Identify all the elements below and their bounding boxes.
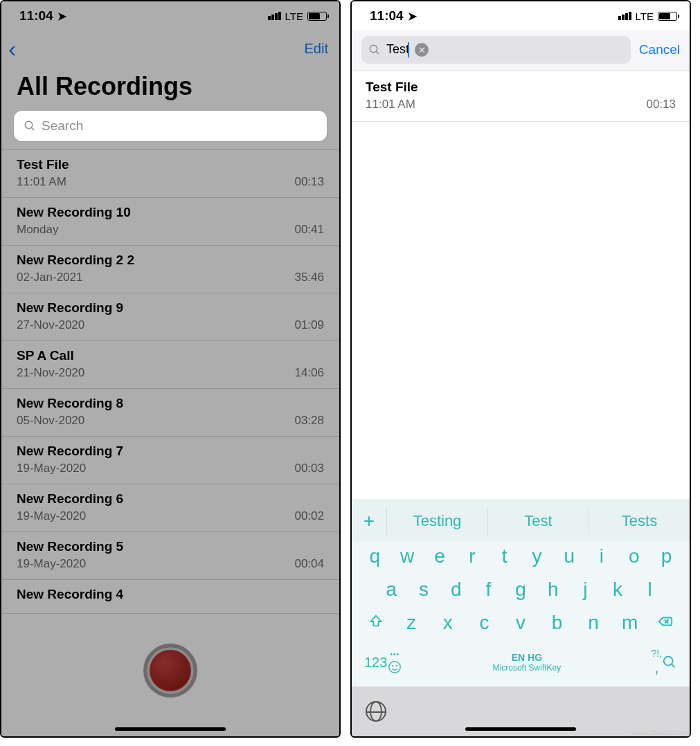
key-j[interactable]: j: [569, 579, 602, 601]
recording-title: New Recording 8: [17, 396, 324, 411]
key-n[interactable]: n: [576, 612, 611, 634]
suggestion-row: + Testing Test Tests: [352, 500, 690, 541]
key-x[interactable]: x: [431, 612, 465, 634]
key-d[interactable]: d: [440, 579, 472, 601]
key-f[interactable]: f: [472, 579, 505, 601]
key-h[interactable]: h: [537, 579, 569, 601]
key-b[interactable]: b: [540, 612, 575, 634]
backspace-key[interactable]: [648, 614, 683, 632]
spacebar-key[interactable]: EN HG Microsoft SwiftKey: [402, 652, 651, 673]
recording-date: 19-May-2020: [17, 557, 86, 571]
page-title: All Recordings: [1, 66, 339, 111]
recording-title: Test File: [17, 157, 324, 172]
key-m[interactable]: m: [613, 612, 647, 634]
location-arrow-icon: ➤: [408, 10, 417, 23]
shift-key[interactable]: [359, 614, 393, 632]
key-c[interactable]: c: [467, 612, 501, 634]
recording-row[interactable]: New Recording 9 27-Nov-202001:09: [1, 293, 339, 341]
phone-right: 11:04 ➤ LTE Test ✕ Cancel Test File 11:0…: [350, 0, 691, 738]
recording-duration: 35:46: [294, 271, 324, 284]
keyboard-brand-label: Microsoft SwiftKey: [402, 663, 651, 673]
recording-date: 27-Nov-2020: [17, 318, 84, 332]
key-e[interactable]: e: [424, 545, 456, 567]
search-results: Test File 11:01 AM00:13: [352, 71, 690, 122]
punctuation-key[interactable]: ?!, ,: [651, 648, 662, 677]
recording-title: SP A Call: [17, 348, 324, 363]
recording-date: 05-Nov-2020: [17, 414, 84, 428]
key-l[interactable]: l: [634, 579, 666, 601]
status-time: 11:04: [19, 8, 53, 24]
recording-title: New Recording 9: [17, 300, 324, 316]
recording-title: New Recording 7: [17, 444, 324, 459]
home-indicator[interactable]: [115, 727, 226, 731]
globe-icon[interactable]: [366, 701, 386, 722]
key-u[interactable]: u: [553, 545, 586, 567]
watermark: www.deuaq.com: [631, 728, 688, 736]
numbers-key[interactable]: 123: [364, 655, 387, 671]
cancel-button[interactable]: Cancel: [639, 42, 680, 57]
recording-row[interactable]: New Recording 6 19-May-202000:02: [1, 484, 339, 532]
recording-duration: 03:28: [294, 414, 324, 428]
recording-date: 11:01 AM: [17, 175, 66, 189]
key-s[interactable]: s: [408, 579, 440, 601]
signal-icon: [268, 12, 281, 20]
svg-point-9: [664, 657, 673, 666]
key-i[interactable]: i: [586, 545, 618, 567]
suggestion-item[interactable]: Testing: [386, 507, 487, 535]
key-row-3: zxcvbnm: [355, 612, 687, 634]
recording-title: New Recording 10: [17, 205, 324, 220]
recording-date: 19-May-2020: [17, 462, 86, 475]
recording-row[interactable]: New Recording 5 19-May-202000:04: [1, 532, 339, 580]
recording-row[interactable]: New Recording 8 05-Nov-202003:28: [1, 389, 339, 437]
search-result-row[interactable]: Test File 11:01 AM00:13: [352, 71, 690, 122]
search-field[interactable]: Test ✕: [361, 36, 631, 64]
recording-date: 19-May-2020: [17, 509, 86, 523]
emoji-icon: [387, 659, 402, 675]
key-v[interactable]: v: [503, 612, 538, 634]
recording-title: New Recording 5: [17, 539, 324, 554]
recording-row[interactable]: New Recording 2 2 02-Jan-202135:46: [1, 246, 339, 293]
svg-line-3: [376, 51, 379, 54]
recording-title: New Recording 4: [17, 587, 324, 602]
edit-button[interactable]: Edit: [305, 41, 328, 57]
result-title: Test File: [366, 80, 676, 95]
key-z[interactable]: z: [394, 612, 429, 634]
key-r[interactable]: r: [456, 545, 488, 567]
record-button[interactable]: [143, 644, 197, 698]
svg-line-1: [31, 127, 34, 130]
key-a[interactable]: a: [375, 579, 408, 601]
recording-row[interactable]: New Recording 4: [1, 580, 339, 614]
key-o[interactable]: o: [618, 545, 650, 567]
key-t[interactable]: t: [488, 545, 521, 567]
status-bar: 11:04 ➤ LTE: [352, 1, 690, 30]
home-indicator[interactable]: [465, 727, 576, 731]
recording-title: New Recording 2 2: [17, 253, 324, 268]
recording-duration: 14:06: [294, 366, 324, 380]
search-field[interactable]: Search: [14, 111, 327, 141]
key-g[interactable]: g: [505, 579, 537, 601]
phone-left: 11:04 ➤ LTE ‹ Edit All Recordings Search…: [0, 0, 341, 738]
recording-row[interactable]: New Recording 7 19-May-202000:03: [1, 437, 339, 484]
key-w[interactable]: w: [391, 545, 424, 567]
suggestion-item[interactable]: Tests: [589, 507, 690, 535]
recording-row[interactable]: New Recording 10 Monday00:41: [1, 198, 339, 246]
suggestion-item[interactable]: Test: [487, 507, 589, 535]
search-key-icon[interactable]: [662, 655, 677, 670]
suggestion-add-button[interactable]: +: [352, 510, 386, 532]
key-p[interactable]: p: [650, 545, 683, 567]
key-bottom-row: 123 ••• EN HG Microsoft SwiftKey ?!, ,: [355, 645, 687, 684]
recording-row[interactable]: Test File 11:01 AM00:13: [1, 150, 339, 198]
search-input-text[interactable]: Test: [386, 42, 409, 58]
key-q[interactable]: q: [359, 545, 391, 567]
status-time: 11:04: [370, 8, 404, 24]
recording-date: 21-Nov-2020: [17, 366, 84, 380]
emoji-key[interactable]: •••: [387, 651, 402, 675]
key-k[interactable]: k: [602, 579, 634, 601]
recording-row[interactable]: SP A Call 21-Nov-202014:06: [1, 341, 339, 389]
keyboard-language-label: EN HG: [402, 652, 651, 663]
status-bar: 11:04 ➤ LTE: [1, 1, 339, 30]
back-button[interactable]: ‹: [8, 37, 16, 60]
clear-button[interactable]: ✕: [415, 43, 429, 57]
key-y[interactable]: y: [521, 545, 553, 567]
search-icon: [368, 44, 381, 56]
